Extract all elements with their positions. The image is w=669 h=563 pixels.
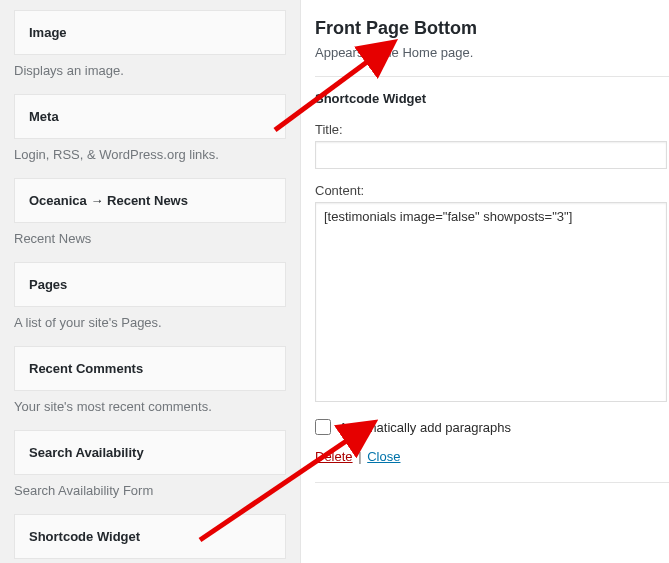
widget-item-shortcode-widget[interactable]: Shortcode Widget [14, 514, 286, 559]
widget-item-oceanica-recent-news[interactable]: Oceanica → Recent News [14, 178, 286, 223]
widget-item-image[interactable]: Image [14, 10, 286, 55]
widget-desc: A list of your site's Pages. [14, 315, 286, 330]
title-input[interactable] [315, 141, 667, 169]
autop-label: Automatically add paragraphs [339, 420, 511, 435]
autop-checkbox[interactable] [315, 419, 331, 435]
content-label: Content: [315, 183, 667, 198]
widget-desc: Login, RSS, & WordPress.org links. [14, 147, 286, 162]
widget-area-desc: Appears in the Home page. [315, 45, 669, 60]
divider [315, 482, 669, 495]
widget-item-search-availability[interactable]: Search Availability [14, 430, 286, 475]
delete-link[interactable]: Delete [315, 449, 353, 464]
widget-name: Oceanica → Recent News [29, 193, 188, 208]
widget-desc: Search Availability Form [14, 483, 286, 498]
widget-desc: Your site's most recent comments. [14, 399, 286, 414]
widget-name: Pages [29, 277, 67, 292]
widget-desc: Displays an image. [14, 63, 286, 78]
widget-item-pages[interactable]: Pages [14, 262, 286, 307]
widget-item-meta[interactable]: Meta [14, 94, 286, 139]
widget-instance: Shortcode Widget Title: Content: Automat… [315, 76, 669, 495]
widget-name: Recent Comments [29, 361, 143, 376]
content-textarea[interactable] [315, 202, 667, 402]
widget-instance-header: Shortcode Widget [315, 91, 669, 106]
widget-area-title: Front Page Bottom [315, 18, 669, 39]
widget-area-panel: Front Page Bottom Appears in the Home pa… [300, 0, 669, 563]
widget-name: Meta [29, 109, 59, 124]
widget-name: Image [29, 25, 67, 40]
widget-item-recent-comments[interactable]: Recent Comments [14, 346, 286, 391]
separator: | [358, 449, 361, 464]
widget-desc: Recent News [14, 231, 286, 246]
close-link[interactable]: Close [367, 449, 400, 464]
widget-name: Shortcode Widget [29, 529, 140, 544]
title-label: Title: [315, 122, 667, 137]
available-widgets-list: Image Displays an image. Meta Login, RSS… [0, 0, 300, 563]
widget-name: Search Availability [29, 445, 144, 460]
